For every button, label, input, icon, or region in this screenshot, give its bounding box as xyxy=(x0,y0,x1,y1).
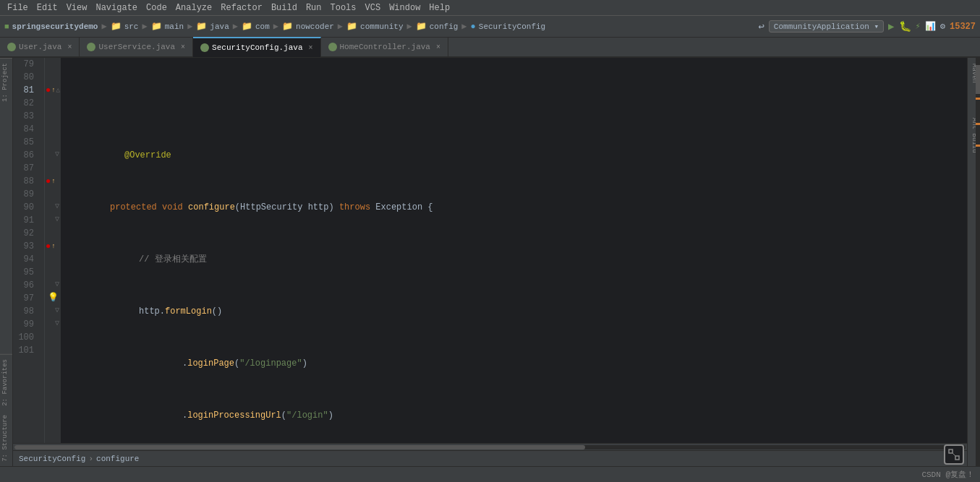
fold-icon-99[interactable]: ▽ xyxy=(55,306,59,314)
tab-close-homecontroller[interactable]: × xyxy=(436,43,440,51)
code-line-83: http.formLogin() xyxy=(67,305,961,318)
breadcrumb-sep-1: ▶ xyxy=(101,21,106,32)
breadcrumb-securityconfig[interactable]: SecurityConfig xyxy=(479,22,545,31)
line-89: 89 xyxy=(13,188,40,201)
breakpoint-94[interactable]: ● xyxy=(46,240,51,253)
code-84: .loginPage("/loginpage") xyxy=(182,357,307,370)
menu-file[interactable]: File xyxy=(3,1,33,14)
structure-panel-label[interactable]: 7: Structure xyxy=(0,410,12,466)
menu-analyze[interactable]: Analyze xyxy=(171,1,216,14)
menu-code[interactable]: Code xyxy=(142,1,171,14)
breadcrumb-nowcoder[interactable]: nowcoder xyxy=(296,22,334,31)
run-icon-81[interactable]: ↑ xyxy=(51,84,55,97)
line-79: 79 xyxy=(13,58,40,71)
menu-build[interactable]: Build xyxy=(267,1,302,14)
fold-icon-97[interactable]: ▽ xyxy=(55,280,59,288)
gutter: ● ↑ △ ▽ ● ↑ ▽ ▽ xyxy=(45,58,61,443)
svg-rect-1 xyxy=(955,456,959,460)
breadcrumb-community[interactable]: community xyxy=(360,22,403,31)
menu-tools[interactable]: Tools xyxy=(326,1,361,14)
com-folder-icon: 📁 xyxy=(242,21,252,32)
menu-window[interactable]: Window xyxy=(385,1,425,14)
gutter-line-97: ▽ xyxy=(55,279,59,289)
tab-userservice-java[interactable]: UserService.java × xyxy=(80,37,193,57)
breakpoint-81[interactable]: ● xyxy=(46,84,51,97)
breadcrumb-sep-6: ▶ xyxy=(338,21,343,32)
fold-icon-81[interactable]: △ xyxy=(56,84,60,97)
breakpoint-88[interactable]: ● xyxy=(46,175,51,188)
fold-icon-93[interactable]: ▽ xyxy=(55,215,59,223)
memory-counter: 15327 xyxy=(950,22,976,32)
line-99: 99 xyxy=(13,318,40,331)
line-81: 81 xyxy=(13,84,40,97)
status-right: CSDN @复盘！ xyxy=(921,469,974,480)
line-93: 93 xyxy=(13,240,40,253)
tab-user-java[interactable]: User.java × xyxy=(0,37,80,57)
svg-rect-0 xyxy=(949,449,953,453)
line-97: 97 xyxy=(13,292,40,305)
line-84: 84 xyxy=(13,123,40,136)
breadcrumb-project[interactable]: springsecuritydemo xyxy=(12,22,98,31)
java-folder-icon: 📁 xyxy=(196,21,207,32)
breadcrumb-src[interactable]: src xyxy=(124,22,139,31)
annotation-override-80: @Override xyxy=(124,149,171,162)
menu-help[interactable]: Help xyxy=(425,1,454,14)
run-icon-88[interactable]: ↑ xyxy=(51,175,55,188)
line-87: 87 xyxy=(13,162,40,175)
scrollbar-track[interactable] xyxy=(14,445,966,449)
expand-icon[interactable] xyxy=(944,444,964,465)
line-88: 88 xyxy=(13,175,40,188)
profile-icon[interactable]: 📊 xyxy=(925,21,936,32)
gutter-line-92: ▽ xyxy=(55,201,59,211)
tab-close-userservice[interactable]: × xyxy=(181,43,185,51)
status-text: CSDN @复盘！ xyxy=(921,470,974,479)
favorites-panel-label[interactable]: 2: Favorites xyxy=(0,354,12,410)
line-102 xyxy=(13,357,40,370)
left-sidebar: 1: Project 2: Favorites 7: Structure xyxy=(0,58,13,466)
settings-icon[interactable]: ⚙ xyxy=(940,21,945,32)
menu-run[interactable]: Run xyxy=(302,1,326,14)
svg-line-2 xyxy=(953,453,955,456)
app-selector[interactable]: CommunityApplication ▾ xyxy=(769,20,884,33)
line-80: 80 xyxy=(13,71,40,84)
tab-homecontroller-java[interactable]: HomeController.java × xyxy=(321,37,448,57)
code-line-81: protected void configure(HttpSecurity ht… xyxy=(67,201,961,214)
back-icon[interactable]: ↩ xyxy=(758,20,764,33)
editor-area: 79 80 81 82 83 84 85 86 87 88 89 90 91 9… xyxy=(13,58,967,466)
lightbulb-icon[interactable]: 💡 xyxy=(48,293,59,303)
tab-icon-homecontroller xyxy=(328,43,337,51)
code-lines[interactable]: @Override protected void configure(HttpS… xyxy=(61,58,967,443)
line-100: 100 xyxy=(13,331,40,344)
code-container[interactable]: 79 80 81 82 83 84 85 86 87 88 89 90 91 9… xyxy=(13,58,967,443)
line-90: 90 xyxy=(13,201,40,214)
breadcrumb-com[interactable]: com xyxy=(255,22,270,31)
project-panel-label[interactable]: 1: Project xyxy=(0,58,12,106)
breadcrumb-main[interactable]: main xyxy=(165,22,184,31)
menu-refactor[interactable]: Refactor xyxy=(216,1,267,14)
tab-label-user: User.java xyxy=(19,43,61,51)
toolbar: ■ springsecuritydemo ▶ 📁 src ▶ 📁 main ▶ … xyxy=(0,16,980,38)
menu-navigate[interactable]: Navigate xyxy=(91,1,142,14)
fold-icon-100[interactable]: ▽ xyxy=(55,319,59,327)
tab-close-securityconfig[interactable]: × xyxy=(309,44,313,52)
horizontal-scrollbar[interactable] xyxy=(13,443,967,450)
menu-view[interactable]: View xyxy=(62,1,92,14)
breadcrumb-java[interactable]: java xyxy=(210,22,229,31)
fold-icon-92[interactable]: ▽ xyxy=(55,202,59,210)
fold-icon-86[interactable]: ▽ xyxy=(55,150,59,158)
line-85: 85 xyxy=(13,136,40,149)
line-numbers: 79 80 81 82 83 84 85 86 87 88 89 90 91 9… xyxy=(13,58,45,443)
bc-class[interactable]: SecurityConfig xyxy=(19,455,85,463)
run-button[interactable]: ▶ xyxy=(888,20,894,33)
run-icon-94[interactable]: ↑ xyxy=(51,240,55,253)
tab-close-user[interactable]: × xyxy=(67,43,72,51)
bc-method[interactable]: configure xyxy=(96,455,139,463)
tab-securityconfig-java[interactable]: SecurityConfig.java × xyxy=(193,37,320,57)
coverage-icon[interactable]: ⚡ xyxy=(916,21,921,32)
menu-vcs[interactable]: VCS xyxy=(361,1,385,14)
menu-edit[interactable]: Edit xyxy=(33,1,62,14)
scrollbar-thumb[interactable] xyxy=(14,445,585,449)
breadcrumb-config[interactable]: config xyxy=(430,22,459,31)
debug-icon[interactable]: 🐛 xyxy=(899,20,911,33)
code-83: http.formLogin() xyxy=(139,305,222,318)
